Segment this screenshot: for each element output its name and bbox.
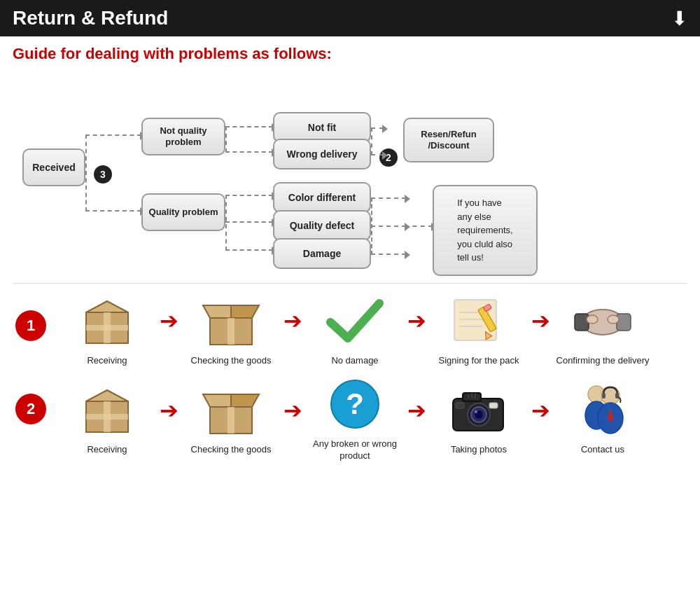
arrow-1-3: ➔: [407, 307, 426, 334]
step-label-photos: Taking photos: [451, 444, 507, 456]
if-you-have-box: If you have any else requirements, you c…: [433, 185, 538, 276]
process-section-2: 2 Receiving ➔: [13, 373, 687, 462]
arrow-2-2: ➔: [284, 397, 302, 424]
circle-3: 3: [94, 165, 112, 183]
pencil-paper-icon: [437, 289, 521, 352]
open-box-icon-2: [189, 378, 273, 441]
svg-marker-6: [231, 305, 259, 318]
arrow-1-4: ➔: [531, 307, 550, 334]
svg-marker-21: [86, 390, 128, 401]
svg-rect-16: [575, 314, 589, 331]
arrow-2-1: ➔: [160, 397, 178, 424]
step-label-broken: Any broken or wrong product: [302, 438, 407, 462]
received-box: Received: [22, 148, 85, 186]
arrow-2-3: ➔: [407, 397, 426, 424]
step-contact: Contact us: [550, 378, 655, 456]
closed-box-icon-1: [65, 289, 149, 352]
step-signing: Signing for the pack: [426, 289, 531, 367]
step-broken: ? Any broken or wrong product: [302, 373, 407, 462]
svg-marker-1: [86, 301, 128, 312]
arrow-2-4: ➔: [531, 397, 550, 424]
process-section-1: 1 Receiving ➔: [13, 289, 687, 367]
step-label-signing: Signing for the pack: [439, 355, 519, 367]
svg-marker-5: [203, 305, 231, 318]
step-label-contact: Contact us: [581, 444, 624, 456]
down-arrow-icon: ⬇: [671, 7, 687, 30]
step-label-checking-2: Checking the goods: [191, 444, 272, 456]
arrow-1-2: ➔: [284, 307, 302, 334]
process-number-1: 1: [15, 310, 46, 341]
step-label-no-damage: No damage: [331, 355, 378, 367]
open-box-icon-1: [189, 289, 273, 352]
quality-defect-box: Quality defect: [273, 210, 371, 241]
svg-rect-36: [489, 403, 498, 408]
step-label-receiving-2: Receiving: [87, 444, 127, 456]
svg-rect-37: [456, 403, 464, 408]
quality-problem-box: Quality problem: [141, 193, 225, 231]
svg-rect-45: [602, 393, 606, 399]
step-no-damage: No damage: [302, 289, 407, 367]
svg-text:?: ?: [346, 387, 364, 420]
page-title: Return & Refund: [13, 7, 168, 29]
question-mark-icon: ?: [313, 373, 397, 436]
svg-point-18: [587, 315, 598, 324]
step-label-receiving-1: Receiving: [87, 355, 127, 367]
step-checking-1: Checking the goods: [178, 289, 284, 367]
svg-marker-26: [231, 394, 259, 407]
handshake-icon: [561, 289, 645, 352]
process-steps-2: Receiving ➔ Checking the goods ➔: [55, 373, 655, 462]
svg-point-19: [608, 315, 619, 324]
closed-box-icon-2: [65, 378, 149, 441]
step-label-confirming: Confirming the delivery: [556, 355, 650, 367]
svg-point-35: [475, 410, 477, 413]
step-label-checking-1: Checking the goods: [191, 355, 272, 367]
checkmark-icon: [313, 289, 397, 352]
process-steps-1: Receiving ➔ Checking the goods ➔: [55, 289, 655, 367]
svg-rect-27: [227, 407, 234, 434]
resen-refund-box: Resen/Refun /Discount: [403, 118, 494, 162]
main-content: Guide for dealing with problems as follo…: [0, 36, 700, 462]
contact-icon: [561, 378, 645, 441]
step-confirming: Confirming the delivery: [550, 289, 655, 367]
step-photos: Taking photos: [426, 378, 531, 456]
wrong-delivery-box: Wrong delivery: [273, 139, 371, 169]
step-receiving-1: Receiving: [55, 289, 160, 367]
arrow-1-1: ➔: [160, 307, 178, 334]
svg-rect-23: [86, 414, 128, 420]
svg-rect-7: [227, 318, 234, 345]
guide-title: Guide for dealing with problems as follo…: [13, 45, 687, 63]
step-receiving-2: Receiving: [55, 378, 160, 456]
svg-rect-3: [86, 325, 128, 331]
damage-box: Damage: [273, 238, 371, 269]
not-quality-problem-box: Not quality problem: [141, 118, 225, 155]
header: Return & Refund ⬇: [0, 0, 700, 36]
color-different-box: Color different: [273, 182, 371, 213]
divider: [13, 283, 687, 284]
svg-marker-25: [203, 394, 231, 407]
flowchart: Received 3 Not quality problem Quality p…: [13, 73, 685, 276]
camera-icon: [437, 378, 521, 441]
process-number-2: 2: [15, 394, 46, 424]
step-checking-2: Checking the goods: [178, 378, 284, 456]
svg-rect-17: [617, 314, 631, 331]
